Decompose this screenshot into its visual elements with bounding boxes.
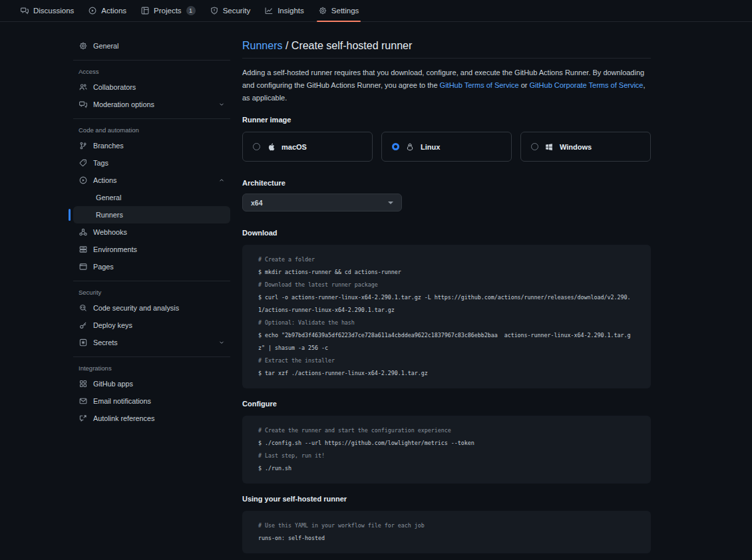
sidebar-divider [73, 281, 230, 281]
code-line: # Download the latest runner package [258, 279, 635, 291]
sidebar-item-label: Collaborators [93, 83, 136, 91]
codescan-icon [79, 304, 87, 312]
tab-label: Projects [154, 7, 182, 15]
sidebar-divider [73, 60, 230, 61]
corporate-terms-link[interactable]: GitHub Corporate Terms of Service [530, 81, 644, 89]
sidebar-item-label: Secrets [93, 339, 118, 347]
chevron-down-icon [388, 202, 393, 204]
code-line: runs-on: self-hosted [258, 532, 635, 545]
project-icon [141, 7, 149, 15]
tab-actions[interactable]: Actions [81, 0, 134, 21]
architecture-label: Architecture [242, 179, 651, 187]
apps-grid-icon [79, 380, 87, 388]
chevron-down-icon [218, 101, 225, 108]
code-line: $ ./run.sh [258, 462, 635, 475]
comment-discussion-icon [79, 100, 87, 108]
tab-label: Actions [101, 7, 126, 15]
sidebar-item-branches[interactable]: Branches [73, 137, 230, 154]
sidebar-item-tags[interactable]: Tags [73, 154, 230, 172]
repo-tab-nav: Discussions Actions Projects 1 Security … [0, 0, 752, 22]
sidebar-item-label: Runners [96, 211, 123, 219]
sidebar-item-actions-general[interactable]: General [73, 189, 230, 206]
apple-icon [267, 142, 275, 152]
sidebar-item-label: Moderation options [93, 100, 154, 108]
sidebar-item-label: Code security and analysis [93, 304, 179, 312]
terms-of-service-link[interactable]: GitHub Terms of Service [440, 81, 519, 89]
runner-image-options: macOS Linux Windows [242, 132, 651, 162]
sidebar-item-github-apps[interactable]: GitHub apps [73, 375, 230, 392]
runner-image-windows-card[interactable]: Windows [520, 132, 651, 162]
graph-icon [265, 7, 273, 15]
download-code-block: # Create a folder $ mkdir actions-runner… [242, 245, 651, 388]
tab-label: Security [223, 7, 251, 15]
sidebar-item-moderation-options[interactable]: Moderation options [73, 96, 230, 113]
sidebar-item-label: Branches [93, 142, 124, 150]
code-line: # Create a folder [258, 253, 635, 266]
radio-checked[interactable] [392, 143, 399, 150]
sidebar-item-label: GitHub apps [93, 380, 133, 388]
server-icon [79, 245, 87, 253]
runner-image-linux-card[interactable]: Linux [381, 132, 512, 162]
play-icon [79, 176, 87, 184]
settings-sidebar: General Access Collaborators Moderation … [73, 37, 230, 560]
tab-label: Discussions [33, 7, 74, 15]
sidebar-item-pages[interactable]: Pages [73, 258, 230, 275]
code-line: # Use this YAML in your workflow file fo… [258, 519, 635, 532]
page-title: Create self-hosted runner [291, 40, 412, 51]
tab-discussions[interactable]: Discussions [13, 0, 81, 21]
sidebar-item-code-security[interactable]: Code security and analysis [73, 299, 230, 317]
code-line: $ ./config.sh --url https://github.com/l… [258, 437, 635, 450]
webhook-icon [79, 228, 87, 236]
sidebar-item-collaborators[interactable]: Collaborators [73, 78, 230, 96]
tab-projects[interactable]: Projects 1 [134, 0, 203, 21]
windows-icon [545, 143, 553, 151]
code-line: $ curl -o actions-runner-linux-x64-2.290… [258, 291, 635, 317]
mail-icon [79, 397, 87, 405]
shield-icon [210, 7, 218, 15]
sidebar-item-general[interactable]: General [73, 37, 230, 55]
sidebar-section-code-automation: Code and automation [73, 126, 230, 134]
sidebar-item-actions[interactable]: Actions [73, 172, 230, 189]
sidebar-divider [73, 356, 230, 357]
configure-code-block: # Create the runner and start the config… [242, 416, 651, 484]
tab-settings[interactable]: Settings [311, 0, 367, 21]
tab-security[interactable]: Security [203, 0, 258, 21]
sidebar-item-actions-runners[interactable]: Runners [73, 206, 230, 223]
architecture-select[interactable]: x64 [242, 194, 402, 211]
browser-icon [79, 263, 87, 271]
radio-unchecked[interactable] [253, 143, 260, 150]
sidebar-item-environments[interactable]: Environments [73, 241, 230, 258]
code-line: $ echo "2b97bd3f4639a5df6223d7ce728a611a… [258, 329, 635, 354]
sidebar-item-secrets[interactable]: Secrets [73, 334, 230, 351]
tab-insights[interactable]: Insights [258, 0, 311, 21]
code-line: $ tar xzf ./actions-runner-linux-x64-2.2… [258, 367, 635, 380]
usage-label: Using your self-hosted runner [242, 495, 651, 503]
sidebar-item-label: Webhooks [93, 228, 127, 236]
tab-label: Settings [331, 7, 359, 15]
intro-text: or [519, 81, 530, 89]
sidebar-divider [73, 118, 230, 119]
intro-paragraph: Adding a self-hosted runner requires tha… [242, 67, 651, 104]
breadcrumb-runners-link[interactable]: Runners [242, 40, 282, 51]
cross-reference-icon [79, 414, 87, 422]
breadcrumb-separator: / [282, 40, 291, 51]
radio-unchecked[interactable] [531, 143, 538, 150]
sidebar-item-deploy-keys[interactable]: Deploy keys [73, 317, 230, 334]
people-icon [79, 83, 87, 91]
sidebar-item-label: Autolink references [93, 414, 154, 422]
sidebar-item-label: Email notifications [93, 397, 151, 405]
sidebar-item-autolink-references[interactable]: Autolink references [73, 410, 230, 427]
sidebar-item-webhooks[interactable]: Webhooks [73, 223, 230, 241]
breadcrumb: Runners / Create self-hosted runner [242, 40, 651, 59]
projects-count-badge: 1 [186, 6, 196, 15]
gear-icon [319, 7, 327, 15]
configure-label: Configure [242, 400, 651, 408]
chevron-up-icon [218, 177, 225, 184]
sidebar-item-label: Deploy keys [93, 321, 132, 329]
runner-image-macos-card[interactable]: macOS [242, 132, 373, 162]
tab-label: Insights [278, 7, 304, 15]
sidebar-item-email-notifications[interactable]: Email notifications [73, 392, 230, 410]
linux-icon [406, 142, 414, 152]
sidebar-item-label: Environments [93, 245, 137, 253]
secrets-asterisk-icon [79, 339, 87, 347]
